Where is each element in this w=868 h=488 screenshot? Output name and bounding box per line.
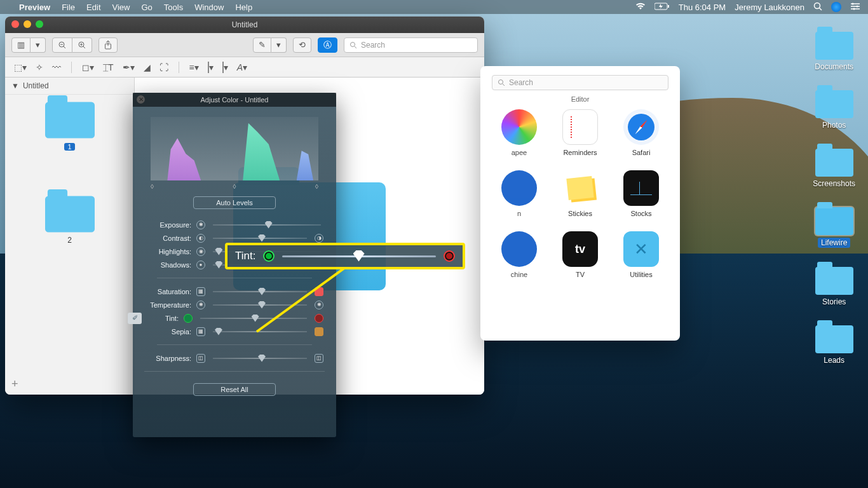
toolbar-search[interactable]: Search: [344, 37, 478, 53]
line-style-icon[interactable]: ≡▾: [189, 62, 199, 72]
app-partial-n[interactable]: n: [501, 170, 537, 217]
sketch-tool-icon[interactable]: 〰: [52, 62, 61, 72]
menu-tools[interactable]: Tools: [164, 3, 183, 12]
saturation-slider[interactable]: [213, 291, 307, 292]
app-reminders[interactable]: Reminders: [562, 109, 598, 156]
battery-icon[interactable]: [654, 2, 670, 12]
app-safari[interactable]: Safari: [623, 109, 659, 156]
app-picker-panel: Search Editor apee Reminders Safari n St…: [480, 66, 680, 341]
svg-point-2: [815, 3, 820, 8]
desktop-folders: Documents Photos Screenshots Lifewire St…: [813, 32, 855, 365]
markup-button[interactable]: Ⓐ: [318, 37, 337, 53]
add-page-button[interactable]: +: [5, 374, 134, 395]
adjust-color-icon[interactable]: ◢: [144, 62, 151, 72]
rotate-button[interactable]: ⟲: [293, 37, 311, 53]
menubar-clock[interactable]: Thu 6:04 PM: [679, 3, 726, 12]
exposure-slider[interactable]: [213, 224, 321, 226]
menu-help[interactable]: Help: [235, 3, 252, 12]
desktop-folder-photos[interactable]: Photos: [815, 90, 853, 130]
app-tv[interactable]: TV: [562, 231, 598, 278]
page-thumbnail-2[interactable]: 2: [5, 200, 134, 245]
desktop-folder-stories[interactable]: Stories: [815, 267, 853, 306]
app-stickies[interactable]: Stickies: [562, 170, 598, 217]
desktop-folder-leads[interactable]: Leads: [815, 325, 853, 365]
picker-search[interactable]: Search: [492, 75, 668, 90]
app-icon: [501, 170, 537, 206]
view-mode-menu[interactable]: ▾: [31, 37, 46, 53]
tint-green-dot-icon: [263, 250, 275, 262]
tint-red-dot-icon: [444, 250, 455, 262]
contrast-high-icon: ◑: [315, 234, 323, 243]
auto-levels-button[interactable]: Auto Levels: [193, 196, 276, 209]
menu-file[interactable]: File: [62, 3, 75, 12]
window-title: Untitled: [232, 20, 258, 29]
saturation-high-icon: [315, 287, 323, 296]
sign-tool-icon[interactable]: ✒▾: [123, 62, 135, 72]
folder-icon: [45, 102, 95, 138]
menu-edit[interactable]: Edit: [86, 3, 100, 12]
highlight-menu[interactable]: ▾: [271, 37, 287, 53]
share-button[interactable]: [98, 37, 118, 53]
saturation-row: Saturation:▦: [146, 285, 323, 298]
window-titlebar[interactable]: Untitled: [5, 17, 484, 33]
warm-icon: ✺: [315, 301, 323, 309]
shadows-icon: ●: [196, 261, 205, 269]
adjust-size-icon[interactable]: ⛶: [159, 62, 168, 72]
desktop-folder-screenshots[interactable]: Screenshots: [813, 149, 855, 188]
wifi-icon[interactable]: [635, 2, 646, 12]
border-color-icon[interactable]: ▾: [208, 62, 214, 72]
menubar: Preview File Edit View Go Tools Window H…: [0, 0, 868, 14]
window-close-button[interactable]: [11, 20, 19, 28]
sepia-slider[interactable]: [213, 331, 307, 332]
svg-point-22: [499, 80, 503, 85]
menubar-user[interactable]: Jeremy Laukkonen: [735, 3, 804, 12]
app-menu[interactable]: Preview: [19, 3, 50, 12]
zoom-in-button[interactable]: [72, 37, 92, 53]
sharpness-slider[interactable]: [213, 358, 307, 359]
panel-title: Adjust Color - Untitled: [201, 96, 269, 104]
app-grapher-partial[interactable]: apee: [501, 109, 537, 156]
control-center-icon[interactable]: [850, 2, 860, 12]
app-utilities[interactable]: Utilities: [623, 231, 659, 278]
eyedropper-button[interactable]: ✐: [128, 313, 142, 324]
font-style-icon[interactable]: A▾: [237, 62, 247, 72]
picker-grid: apee Reminders Safari n Stickies Stocks …: [492, 109, 668, 278]
desktop-folder-lifewire[interactable]: Lifewire: [815, 207, 853, 248]
spotlight-icon[interactable]: [813, 2, 822, 13]
instant-alpha-icon[interactable]: ✧: [36, 62, 43, 72]
preview-toolbar: ▥ ▾ ✎ ▾ ⟲ Ⓐ Search: [5, 33, 484, 57]
search-icon: [349, 41, 357, 49]
tint-slider[interactable]: [200, 318, 307, 319]
sidebar-header[interactable]: ▼Untitled: [5, 78, 134, 95]
highlight-button[interactable]: ✎: [253, 37, 271, 53]
window-zoom-button[interactable]: [36, 20, 43, 28]
tint-red-icon: [315, 314, 323, 323]
temperature-slider[interactable]: [213, 304, 307, 306]
window-minimize-button[interactable]: [24, 20, 31, 28]
selection-tool-icon[interactable]: ⬚▾: [14, 62, 27, 72]
shapes-tool-icon[interactable]: ◻▾: [82, 62, 94, 72]
markup-toolbar: ⬚▾ ✧ 〰 ◻▾ ⌶T ✒▾ ◢ ⛶ ≡▾ ▾ ▾ A▾: [5, 57, 484, 78]
menu-go[interactable]: Go: [141, 3, 152, 12]
folder-icon: [815, 325, 853, 353]
zoom-out-button[interactable]: [52, 37, 72, 53]
app-stocks[interactable]: Stocks: [623, 170, 659, 217]
siri-icon[interactable]: [831, 2, 841, 12]
reset-all-button[interactable]: Reset All: [193, 383, 276, 396]
contrast-slider[interactable]: [213, 238, 307, 239]
app-timemachine-partial[interactable]: chine: [501, 231, 537, 278]
panel-close-button[interactable]: ✕: [137, 95, 145, 104]
menu-view[interactable]: View: [112, 3, 130, 12]
app-icon: [623, 170, 659, 206]
adjust-color-titlebar[interactable]: ✕ Adjust Color - Untitled: [133, 93, 336, 107]
text-tool-icon[interactable]: ⌶T: [103, 62, 114, 72]
view-mode-button[interactable]: ▥: [11, 37, 31, 53]
page-thumbnail-1[interactable]: 1: [5, 106, 134, 151]
sepia-high-icon: [315, 327, 323, 336]
fill-color-icon[interactable]: ▾: [222, 62, 228, 72]
page-number: 2: [67, 236, 72, 245]
histogram: [151, 117, 318, 180]
levels-handles[interactable]: ◊◊◊: [151, 183, 318, 190]
desktop-folder-documents[interactable]: Documents: [815, 32, 853, 71]
menu-window[interactable]: Window: [194, 3, 224, 12]
